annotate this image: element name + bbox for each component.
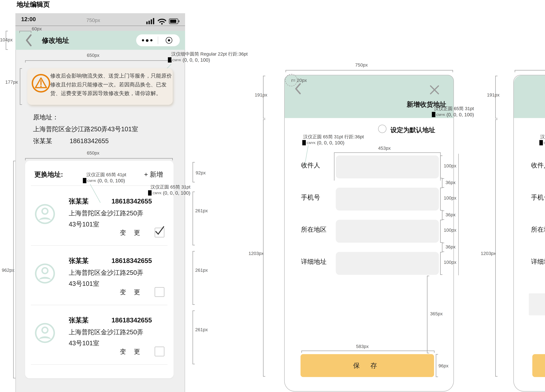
font-annotation: 汉仪正圆 65简 31pt — [146, 184, 190, 190]
item-phone: 18618342655 — [111, 197, 152, 206]
address-checkbox[interactable] — [155, 287, 164, 297]
default-address-label: 设定为默认地址 — [390, 126, 435, 134]
miniprogram-capsule[interactable] — [136, 34, 180, 46]
dim-bracket — [301, 351, 434, 353]
dim-bracket — [515, 70, 545, 73]
cmyk-annotation: CMYK (0, 0, 0, 100) — [539, 140, 545, 145]
dim-bracket — [427, 276, 430, 353]
dim-label: 100px — [444, 163, 456, 169]
warning-icon — [31, 73, 51, 93]
dim-bracket — [495, 76, 498, 119]
font-annotation: 汉仪正圆 65简 31pt — [434, 106, 474, 112]
dim-bracket — [440, 220, 443, 243]
dim-bracket — [25, 158, 173, 161]
dim-bracket — [193, 192, 195, 245]
change-action-button[interactable]: 变 更 — [120, 229, 143, 237]
field-label: 所在地区 — [531, 225, 545, 233]
color-swatch — [148, 190, 152, 196]
dim-label: 96px — [438, 363, 448, 369]
item-address-line2: 43号101室 — [69, 220, 99, 228]
dim-label: 36px — [446, 244, 456, 250]
dim-label: 750px — [355, 62, 368, 68]
cmyk-annotation: CMYK (0, 0, 0, 100) — [146, 190, 190, 196]
font-annotation: 汉仪细中圆简 Regular 22pt 行距:36pt — [162, 51, 248, 57]
dim-label: 650px — [87, 150, 99, 156]
add-address-button[interactable]: + 新增 — [144, 170, 163, 179]
field-label: 详细地址 — [301, 258, 327, 266]
dim-label: 261px — [195, 327, 208, 332]
default-address-radio[interactable] — [378, 125, 386, 133]
dim-label: 261px — [195, 267, 208, 273]
address-checkbox[interactable] — [155, 347, 164, 356]
close-capsule-icon[interactable] — [158, 37, 180, 44]
dim-label: 583px — [356, 344, 369, 349]
item-address-line1: 上海普陀区金沙江路250弄 — [69, 209, 143, 217]
dim-bracket — [440, 188, 443, 211]
change-action-button[interactable]: 变 更 — [120, 348, 143, 356]
dim-bracket — [442, 178, 445, 188]
dim-label: 100px — [444, 195, 456, 201]
item-address-line2: 43号101室 — [69, 339, 99, 347]
dim-bracket — [25, 60, 172, 63]
cmyk-annotation: CMYK (0, 0, 0, 100) — [302, 140, 344, 145]
dim-bracket — [13, 161, 16, 378]
font-annotation: 汉仪正圆 65简 31pt 行距:36pt — [303, 134, 364, 140]
change-action-button[interactable]: 变 更 — [120, 289, 143, 296]
dim-bracket — [442, 211, 445, 220]
wifi-icon — [158, 19, 166, 22]
field-label: 收件人 — [301, 161, 320, 169]
back-icon[interactable] — [294, 83, 302, 95]
dim-label: 365px — [430, 311, 443, 317]
dim-bracket — [20, 68, 22, 105]
color-swatch — [83, 178, 86, 183]
close-icon[interactable] — [429, 84, 440, 95]
original-name: 张某某 — [33, 137, 52, 145]
original-address-value: 上海普陀区金沙江路250弄43号101室 — [33, 125, 138, 133]
item-address-line1: 上海普陀区金沙江路250弄 — [69, 269, 143, 277]
phone-input[interactable] — [336, 188, 439, 211]
color-swatch — [302, 140, 306, 145]
dim-bracket — [19, 31, 31, 33]
avatar-icon — [34, 263, 56, 284]
cmyk-annotation: CMYK (0, 0, 0, 100) — [168, 57, 210, 63]
dim-bracket — [193, 251, 195, 305]
original-phone: 18618342655 — [70, 137, 109, 145]
detail-address-input[interactable] — [336, 252, 439, 275]
dim-bracket — [495, 119, 498, 377]
more-icon[interactable] — [136, 39, 158, 42]
dim-bracket — [285, 70, 453, 73]
cmyk-annotation: CMYK (0, 0, 0, 100) — [83, 178, 125, 183]
dim-label: 92px — [196, 170, 206, 176]
delete-button[interactable]: 删 除 — [529, 293, 545, 315]
dim-bracket — [193, 162, 195, 182]
font-annotation: 汉仪正圆 65简 41pt — [86, 172, 126, 178]
color-swatch — [432, 112, 435, 117]
save-button[interactable]: 保 存 — [532, 354, 545, 377]
back-icon[interactable] — [25, 34, 33, 47]
change-address-label: 更换地址: — [34, 170, 63, 179]
check-icon — [154, 225, 166, 236]
dim-bracket — [436, 354, 438, 377]
dim-label: 1203px — [481, 251, 496, 256]
dim-bracket — [6, 31, 8, 50]
field-label: 收件人 — [531, 161, 545, 169]
width-dim-750-left: 750px — [86, 17, 100, 24]
item-name: 张某某 — [69, 257, 89, 265]
field-label: 所在地区 — [301, 225, 327, 233]
cmyk-annotation: CMYK (0, 0, 0, 100) — [432, 112, 474, 117]
dim-label: 36px — [446, 180, 456, 186]
list-divider — [31, 364, 167, 365]
item-phone: 18618342655 — [111, 257, 152, 265]
avatar-icon — [34, 204, 56, 225]
dim-label: 177px — [5, 79, 18, 85]
item-name: 张某某 — [69, 316, 89, 325]
item-address-line1: 上海普陀区金沙江路250弄 — [69, 328, 143, 336]
signal-icon — [146, 18, 154, 24]
design-spec-canvas: 地址编辑页 12:00 750px 修改地址 60px 104px — [0, 0, 545, 392]
recipient-input[interactable] — [336, 155, 439, 178]
field-label: 手机号 — [301, 193, 320, 201]
save-button[interactable]: 保 存 — [301, 354, 434, 377]
dim-label: 962px — [2, 267, 14, 273]
dim-bracket — [263, 119, 266, 377]
region-input[interactable] — [336, 220, 439, 243]
